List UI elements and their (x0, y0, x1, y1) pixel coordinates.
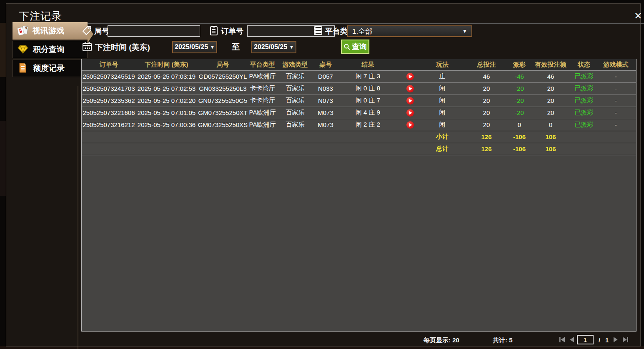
sidebar-item-label: 积分查询 (33, 44, 65, 55)
cell-result: 闲 4 庄 9 (337, 107, 398, 119)
grand-total-total-bet: 126 (463, 143, 510, 155)
cell-play-type: 闲 (421, 107, 463, 119)
cell-result: 闲 0 庄 8 (337, 82, 398, 95)
search-button-label: 查询 (352, 42, 367, 52)
search-button[interactable]: 查询 (341, 40, 369, 54)
previous-page-icon[interactable] (569, 337, 576, 343)
cell-platform: PA欧洲厅 (248, 70, 276, 82)
play-video-icon[interactable] (406, 85, 414, 92)
cell-play-type: 庄 (421, 70, 463, 82)
grand-total-valid-bet: 106 (529, 143, 572, 155)
calendar-icon (82, 41, 93, 52)
grand-total-payout: -106 (510, 143, 529, 155)
cell-total-bet: 20 (463, 107, 510, 119)
date-from-select[interactable]: 2025/05/25 ▼ (172, 41, 217, 53)
col-header: 下注时间 (美东) (136, 59, 197, 70)
next-page-icon[interactable] (612, 337, 619, 343)
cell-video (398, 95, 421, 107)
last-page-icon[interactable] (622, 337, 629, 343)
background-bleed (78, 86, 78, 349)
col-header: 总投注 (463, 59, 510, 70)
close-icon[interactable]: ✕ (631, 9, 644, 22)
cell-status: 已派彩 (572, 82, 596, 95)
subtotal-total-bet: 126 (463, 131, 510, 143)
sidebar-item-credit-records[interactable]: 额度记录 (13, 60, 88, 77)
cell-valid-bet: 0 (529, 119, 572, 131)
table-row: 250525073235362 2025-05-25 07:02:20 GN07… (82, 95, 636, 107)
play-video-icon[interactable] (406, 121, 414, 129)
cell-game-mode: - (596, 70, 636, 82)
cell-result: 闲 7 庄 3 (337, 70, 398, 82)
cell-platform: PA欧洲厅 (248, 107, 276, 119)
cell-status: 已派彩 (572, 107, 596, 119)
col-header: 玩法 (421, 59, 463, 70)
document-icon (17, 62, 30, 74)
page-number-input[interactable]: 1 (577, 335, 594, 344)
cell-valid-bet: 46 (529, 70, 572, 82)
cell-valid-bet: 20 (529, 82, 572, 95)
page-title: 下注记录 (19, 9, 62, 23)
cell-game-mode: - (596, 107, 636, 119)
col-header: 状态 (572, 59, 596, 70)
cell-order-no: 250525073245519 (82, 70, 136, 82)
title-divider (13, 23, 644, 24)
cell-order-no: 250525073241703 (82, 82, 136, 95)
cell-game-type: 百家乐 (276, 95, 314, 107)
chevron-down-icon: ▼ (462, 28, 467, 34)
background-bleed (0, 23, 6, 77)
betting-records-table: 订单号 下注时间 (美东) 局号 平台类型 游戏类型 桌号 结果 玩法 总投注 … (81, 59, 636, 332)
clipboard-icon (208, 25, 219, 36)
cell-bet-time: 2025-05-25 07:02:20 (136, 95, 197, 107)
cell-game-type: 百家乐 (276, 82, 314, 95)
sidebar-item-points-query[interactable]: 积分查询 (13, 41, 88, 58)
cell-table-no: N073 (314, 95, 337, 107)
cell-payout: -20 (510, 107, 529, 119)
chevron-down-icon: ▼ (289, 45, 294, 50)
cell-result: 闲 2 庄 2 (337, 119, 398, 131)
order-number-label: 订单号 (221, 26, 243, 36)
table-row: 250525073241703 2025-05-25 07:02:53 GN03… (82, 82, 636, 95)
date-to-value: 2025/05/25 (254, 43, 287, 51)
cell-order-no: 250525073235362 (82, 95, 136, 107)
page-separator: / (599, 337, 600, 344)
first-page-icon[interactable] (559, 337, 566, 343)
cell-bet-time: 2025-05-25 07:02:53 (136, 82, 197, 95)
cell-status: 已派彩 (572, 95, 596, 107)
platform-type-select[interactable]: 1.全部 ▼ (347, 25, 472, 37)
cell-video (398, 107, 421, 119)
tag-icon (82, 25, 93, 36)
diamond-icon (17, 44, 30, 55)
col-header: 结果 (337, 59, 398, 70)
cell-table-no: M073 (314, 119, 337, 131)
cell-video (398, 70, 421, 82)
total-pages: 1 (605, 337, 609, 344)
col-header: 游戏类型 (276, 59, 314, 70)
cell-bet-time: 2025-05-25 07:00:36 (136, 119, 197, 131)
cell-platform: 卡卡湾厅 (248, 95, 276, 107)
cell-round-no: GM073255250XT (197, 107, 248, 119)
background-bleed (0, 346, 644, 349)
platform-type-value: 1.全部 (352, 27, 372, 36)
date-from-value: 2025/05/25 (175, 43, 208, 51)
play-video-icon[interactable] (406, 97, 414, 105)
cell-payout: -20 (510, 82, 529, 95)
subtotal-row: 小计 126 -106 106 (82, 131, 636, 143)
cell-payout: -46 (510, 70, 529, 82)
chevron-down-icon: ▼ (210, 45, 215, 50)
cell-status: 已派彩 (572, 70, 596, 82)
cell-table-no: N033 (314, 82, 337, 95)
play-video-icon[interactable] (406, 109, 414, 117)
cell-valid-bet: 20 (529, 95, 572, 107)
cell-total-bet: 46 (463, 70, 510, 82)
screen: 下注记录 ✕ 9 K 视讯游戏 (0, 0, 644, 349)
sidebar-item-video-games[interactable]: 9 K 视讯游戏 (13, 22, 88, 40)
date-to-select[interactable]: 2025/05/25 ▼ (251, 41, 296, 53)
round-number-input[interactable] (108, 25, 200, 37)
play-video-icon[interactable] (406, 73, 414, 80)
platform-list-icon (313, 25, 323, 36)
cell-valid-bet: 20 (529, 107, 572, 119)
cell-order-no: 250525073216212 (82, 119, 136, 131)
subtotal-payout: -106 (510, 131, 529, 143)
round-number-label: 局号 (94, 26, 109, 36)
grand-total-row: 总计 126 -106 106 (82, 143, 636, 155)
